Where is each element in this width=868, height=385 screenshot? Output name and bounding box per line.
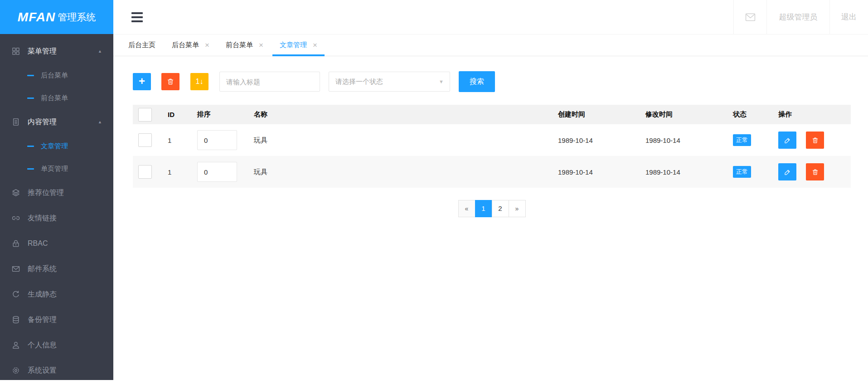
link-icon (11, 214, 20, 223)
layers-icon (11, 188, 20, 197)
content-area: + 1↓ 请选择一个状态 ▼ 搜索 ID 排 (113, 56, 868, 385)
column-header-created: 创建时间 (555, 105, 641, 124)
app-logo[interactable]: MFAN 管理系统 (0, 0, 113, 34)
add-button[interactable]: + (133, 73, 151, 90)
close-icon[interactable]: × (259, 41, 263, 49)
sidebar-item-page-manage[interactable]: 单页管理 (0, 157, 113, 180)
sidebar-nav: 菜单管理 ▲ 后台菜单 前台菜单 内容管理 ▲ 文章管理 (0, 34, 113, 383)
edit-button[interactable] (778, 132, 796, 149)
tab-label: 后台菜单 (172, 41, 199, 49)
pagination-page-1[interactable]: 1 (475, 200, 492, 217)
sidebar-item-mail-system[interactable]: 邮件系统 (0, 256, 113, 282)
close-icon[interactable]: × (313, 41, 317, 49)
edit-button[interactable] (778, 163, 796, 180)
toolbar: + 1↓ 请选择一个状态 ▼ 搜索 (133, 71, 851, 92)
trash-icon (166, 78, 175, 86)
pagination-next-button[interactable]: » (509, 200, 526, 217)
pencil-icon (784, 168, 791, 176)
sidebar-subitem-label: 文章管理 (41, 142, 68, 151)
sidebar: MFAN 管理系统 菜单管理 ▲ 后台菜单 前台菜单 内容管理 (0, 0, 113, 380)
tab-frontend-menu[interactable]: 前台菜单 × (218, 34, 272, 56)
batch-delete-button[interactable] (161, 73, 179, 90)
sidebar-item-label: 邮件系统 (28, 264, 57, 274)
logout-label: 退出 (841, 12, 857, 22)
cell-created: 1989-10-14 (555, 156, 641, 188)
messages-button[interactable] (733, 0, 766, 34)
tab-backend-home[interactable]: 后台主页 (120, 34, 164, 56)
sidebar-item-recommend-manage[interactable]: 推荐位管理 (0, 180, 113, 205)
row-select-checkbox[interactable] (138, 165, 152, 179)
sidebar-item-backup-manage[interactable]: 备份管理 (0, 307, 113, 332)
sidebar-item-system-settings[interactable]: 系统设置 (0, 358, 113, 383)
sort-order-input[interactable] (197, 162, 237, 182)
sidebar-item-label: 备份管理 (28, 315, 57, 325)
sidebar-item-backend-menu[interactable]: 后台菜单 (0, 64, 113, 87)
cell-name: 玩具 (246, 156, 555, 188)
title-search-input[interactable] (219, 72, 320, 92)
pagination: « 1 2 » (458, 200, 526, 217)
sidebar-item-content-manage[interactable]: 内容管理 ▲ (0, 109, 113, 135)
brand-name: MFAN (18, 10, 55, 24)
close-icon[interactable]: × (205, 41, 209, 49)
column-header-modified: 修改时间 (641, 105, 729, 124)
sidebar-item-friend-links[interactable]: 友情链接 (0, 205, 113, 231)
search-button[interactable]: 搜索 (459, 71, 495, 92)
delete-button[interactable] (806, 132, 824, 149)
sidebar-item-profile[interactable]: 个人信息 (0, 332, 113, 358)
trash-icon (811, 168, 819, 176)
pagination-prev-button[interactable]: « (458, 200, 475, 217)
dash-icon (27, 146, 34, 147)
brand-suffix: 管理系统 (58, 11, 96, 24)
logout-button[interactable]: 退出 (829, 0, 868, 34)
sidebar-item-frontend-menu[interactable]: 前台菜单 (0, 87, 113, 109)
hamburger-icon[interactable] (131, 12, 143, 22)
tab-bar: 后台主页 后台菜单 × 前台菜单 × 文章管理 × (113, 34, 868, 56)
pagination-wrapper: « 1 2 » (133, 200, 851, 217)
sidebar-submenu: 文章管理 单页管理 (0, 135, 113, 180)
column-header-operations: 操作 (777, 105, 851, 124)
sidebar-item-generate-static[interactable]: 生成静态 (0, 282, 113, 307)
select-all-checkbox[interactable] (138, 108, 152, 122)
cell-name: 玩具 (246, 124, 555, 156)
status-badge: 正常 (733, 134, 751, 146)
delete-button[interactable] (806, 163, 824, 180)
sidebar-item-label: 系统设置 (28, 366, 57, 375)
sidebar-item-label: 菜单管理 (28, 47, 57, 56)
sidebar-item-label: 推荐位管理 (28, 188, 64, 198)
envelope-icon (745, 13, 756, 21)
column-header-id: ID (156, 105, 189, 124)
row-select-checkbox[interactable] (138, 133, 152, 147)
cell-id: 1 (156, 156, 189, 188)
tab-article-manage[interactable]: 文章管理 × (272, 34, 325, 56)
cell-modified: 1989-10-14 (641, 156, 729, 188)
pagination-page-2[interactable]: 2 (492, 200, 509, 217)
topbar-right: 超级管理员 退出 (733, 0, 868, 34)
grid-icon (11, 47, 20, 56)
sidebar-item-article-manage[interactable]: 文章管理 (0, 135, 113, 157)
sidebar-item-label: 内容管理 (28, 117, 57, 127)
lock-icon (11, 239, 20, 248)
chevron-down-icon: ▼ (439, 79, 444, 84)
sort-button[interactable]: 1↓ (190, 73, 209, 90)
current-user[interactable]: 超级管理员 (766, 0, 829, 34)
sidebar-item-menu-manage[interactable]: 菜单管理 ▲ (0, 39, 113, 64)
column-header-name: 名称 (246, 105, 555, 124)
sidebar-subitem-label: 前台菜单 (41, 94, 68, 102)
username-label: 超级管理员 (779, 12, 818, 22)
dash-icon (27, 168, 34, 170)
tab-backend-menu[interactable]: 后台菜单 × (164, 34, 218, 56)
mail-icon (11, 264, 20, 273)
cell-created: 1989-10-14 (555, 124, 641, 156)
table-header-row: ID 排序 名称 创建时间 修改时间 状态 操作 (133, 105, 851, 124)
sidebar-subitem-label: 后台菜单 (41, 71, 68, 80)
sidebar-item-label: 生成静态 (28, 290, 57, 299)
trash-icon (811, 136, 819, 144)
document-icon (11, 117, 20, 127)
sidebar-item-rbac[interactable]: RBAC (0, 231, 113, 256)
dash-icon (27, 97, 34, 99)
gear-icon (11, 366, 20, 375)
tab-label: 文章管理 (280, 41, 307, 49)
sort-order-input[interactable] (197, 130, 237, 150)
cell-id: 1 (156, 124, 189, 156)
status-select[interactable]: 请选择一个状态 ▼ (329, 72, 450, 92)
